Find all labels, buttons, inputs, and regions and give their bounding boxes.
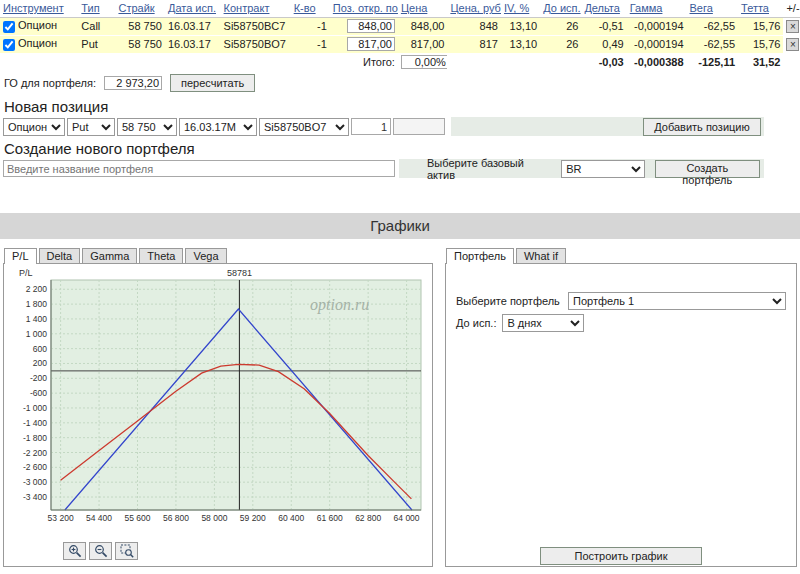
contract-select[interactable]: Si58750BO7 (259, 118, 349, 136)
zoom-in-button[interactable] (63, 542, 86, 560)
positions-table: ИнструментТипСтрайкДата исп.КонтрактК-во… (0, 0, 800, 71)
zoom-window-button[interactable] (115, 542, 138, 560)
svg-text:60 400: 60 400 (278, 513, 304, 523)
column-header[interactable]: Инструмент (0, 0, 78, 17)
base-asset-select[interactable]: BR (561, 160, 644, 178)
totals-gamma: -0,000388 (627, 53, 687, 71)
expiry-select[interactable]: 16.03.17M (179, 118, 257, 136)
positions-tbody: ОпционCall58 75016.03.17Si58750BC7-1848,… (0, 17, 800, 71)
svg-text:55 600: 55 600 (124, 513, 150, 523)
column-header[interactable]: Гамма (627, 0, 687, 17)
cell-delta: -0,51 (581, 17, 626, 35)
cell-qty: -1 (291, 35, 330, 53)
cell-instrument: Опцион (0, 35, 78, 53)
delete-row-button[interactable]: × (786, 20, 799, 33)
svg-text:56 800: 56 800 (163, 513, 189, 523)
cell-instrument: Опцион (0, 17, 78, 35)
delete-row-button[interactable]: × (786, 38, 799, 51)
cell-strike: 58 750 (115, 17, 164, 35)
portfolio-tabs: Портфель What if (446, 247, 797, 263)
tab-pl[interactable]: P/L (4, 248, 37, 264)
days-select[interactable]: В днях (502, 314, 584, 332)
column-header: +/- (783, 0, 800, 17)
cell-qty: -1 (291, 17, 330, 35)
column-header[interactable]: Дата исп. (165, 0, 221, 17)
magnifier-minus-icon (94, 544, 108, 558)
add-position-button[interactable]: Добавить позицию (643, 118, 761, 136)
add-position-bar: Добавить позицию (451, 117, 764, 136)
svg-text:54 400: 54 400 (86, 513, 112, 523)
svg-text:-1 800: -1 800 (23, 433, 47, 443)
create-portfolio-button[interactable]: Создать портфель (655, 160, 760, 178)
svg-text:-1 400: -1 400 (23, 418, 47, 428)
svg-text:62 800: 62 800 (355, 513, 381, 523)
go-value: 2 973,20 (104, 76, 162, 90)
strike-select[interactable]: 58 750 (117, 118, 177, 136)
column-header[interactable]: Цена (398, 0, 447, 17)
column-header[interactable]: Контракт (221, 0, 291, 17)
portfolio-select[interactable]: Портфель 1 (568, 292, 786, 310)
open-price-input[interactable]: 817,00 (347, 37, 395, 51)
table-row: ОпционCall58 75016.03.17Si58750BC7-1848,… (0, 17, 800, 35)
panels: P/L Delta Gamma Theta Vega option.ru5878… (3, 247, 800, 567)
zoom-toolbar (63, 542, 431, 560)
totals-delta: -0,03 (581, 53, 626, 71)
quantity-input[interactable] (351, 118, 391, 135)
table-row: ОпционPut58 75016.03.17Si58750BO7-1817,0… (0, 35, 800, 53)
svg-text:1 000: 1 000 (26, 329, 48, 339)
tab-gamma[interactable]: Gamma (82, 248, 137, 264)
cell-gamma: -0,000194 (627, 35, 687, 53)
recalc-button[interactable]: пересчитать (170, 74, 255, 92)
column-header[interactable]: Вега (687, 0, 739, 17)
totals-theta: 31,52 (738, 53, 783, 71)
open-price-input[interactable]: 848,00 (347, 19, 395, 33)
tab-delta[interactable]: Delta (39, 248, 81, 264)
charts-header: Графики (0, 213, 800, 239)
cell-theta: 15,76 (738, 35, 783, 53)
cell-delete: × (783, 35, 800, 53)
plot-button[interactable]: Построить график (540, 547, 702, 565)
column-header[interactable]: IV, % (501, 0, 540, 17)
column-header[interactable]: Цена, руб. (447, 0, 501, 17)
column-header[interactable]: Поз. откр. по (330, 0, 398, 17)
option-type-select[interactable]: Put (67, 118, 115, 136)
go-row: ГО для портфеля: 2 973,20 пересчитать (0, 71, 800, 95)
cell-price_rub: 848 (447, 17, 501, 35)
column-header[interactable]: Тетта (738, 0, 783, 17)
svg-text:61 600: 61 600 (317, 513, 343, 523)
cell-iv: 13,10 (501, 35, 540, 53)
zoom-out-button[interactable] (89, 542, 112, 560)
portfolio-panel: Выберите портфель Портфель 1 До исп.: В … (445, 263, 797, 567)
tab-portfolio[interactable]: Портфель (446, 248, 514, 264)
chart-panel: option.ru587812 2001 8001 4001 000600200… (3, 263, 433, 567)
price-input[interactable] (393, 118, 445, 135)
svg-text:-3 000: -3 000 (23, 477, 47, 487)
column-header[interactable]: Страйк (115, 0, 164, 17)
svg-text:-2 600: -2 600 (23, 462, 47, 472)
column-header[interactable]: К-во (291, 0, 330, 17)
svg-text:P/L: P/L (19, 268, 33, 278)
column-header[interactable]: Тип (78, 0, 115, 17)
tab-whatif[interactable]: What if (516, 248, 566, 264)
cell-vega: -62,55 (687, 17, 739, 35)
cell-strike: 58 750 (115, 35, 164, 53)
cell-theta: 15,76 (738, 17, 783, 35)
column-header[interactable]: Дельта (581, 0, 626, 17)
cell-type: Put (78, 35, 115, 53)
instrument-select[interactable]: Опцион (3, 118, 65, 136)
cell-gamma: -0,000194 (627, 17, 687, 35)
portfolio-column: Портфель What if Выберите портфель Портф… (445, 247, 797, 567)
cell-contract: Si58750BO7 (221, 35, 291, 53)
tab-theta[interactable]: Theta (139, 248, 183, 264)
new-portfolio-row: Выберите базовый актив BR Создать портфе… (0, 158, 764, 179)
column-header[interactable]: До исп. (540, 0, 581, 17)
svg-text:-200: -200 (30, 373, 47, 383)
cell-date: 16.03.17 (165, 35, 221, 53)
svg-text:200: 200 (33, 358, 47, 368)
cell-contract: Si58750BC7 (221, 17, 291, 35)
row-checkbox[interactable] (3, 39, 15, 51)
row-checkbox[interactable] (3, 21, 15, 33)
tab-vega[interactable]: Vega (185, 248, 226, 264)
portfolio-name-input[interactable] (3, 160, 395, 177)
svg-text:-2 200: -2 200 (23, 448, 47, 458)
